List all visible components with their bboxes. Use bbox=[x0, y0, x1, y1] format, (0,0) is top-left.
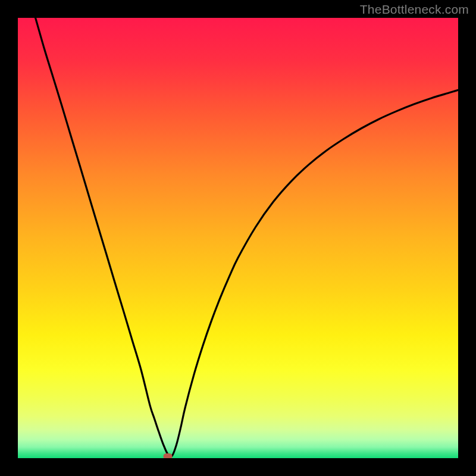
watermark-text: TheBottleneck.com bbox=[360, 2, 469, 17]
optimum-marker bbox=[163, 453, 172, 458]
chart-stage: TheBottleneck.com bbox=[0, 0, 476, 476]
bottleneck-curve bbox=[18, 18, 458, 458]
plot-area bbox=[18, 18, 458, 458]
